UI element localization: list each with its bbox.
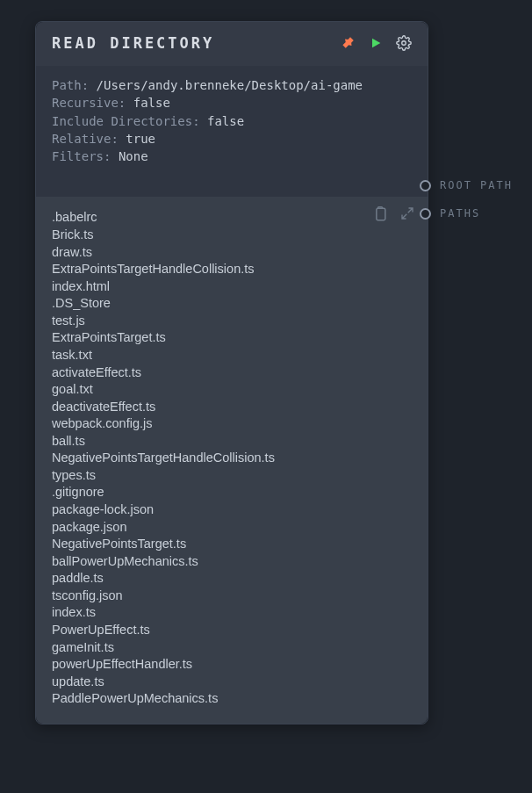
list-item: activateEffect.ts [52, 364, 412, 382]
play-icon[interactable] [368, 35, 384, 51]
svg-rect-1 [377, 209, 385, 220]
clipboard-icon[interactable] [371, 205, 387, 221]
svg-point-0 [402, 41, 406, 46]
list-item: package-lock.json [52, 501, 412, 519]
list-item: gameInit.ts [52, 639, 412, 657]
node-ports: ROOT PATH PATHS [420, 179, 513, 220]
pin-icon[interactable] [340, 35, 356, 51]
config-path: Path: /Users/andy.brenneke/Desktop/ai-ga… [52, 76, 412, 94]
node-header: READ DIRECTORY [36, 22, 428, 66]
node-title: READ DIRECTORY [52, 34, 214, 52]
file-list: .babelrcBrick.tsdraw.tsExtraPointsTarget… [52, 209, 412, 707]
node-config: Path: /Users/andy.brenneke/Desktop/ai-ga… [36, 66, 428, 197]
config-filters: Filters: None [52, 148, 412, 165]
list-item: NegativePointsTargetHandleCollision.ts [52, 450, 412, 467]
gear-icon[interactable] [396, 35, 412, 51]
list-item: package.json [52, 519, 412, 537]
list-item: index.ts [52, 604, 412, 622]
header-actions [340, 35, 412, 51]
config-include-dirs: Include Directories: false [52, 112, 412, 130]
expand-icon[interactable] [399, 205, 415, 221]
list-item: ball.ts [52, 433, 412, 451]
list-item: index.html [52, 278, 412, 296]
list-item: test.js [52, 313, 412, 330]
list-item: task.txt [52, 347, 412, 364]
list-item: types.ts [52, 467, 412, 485]
list-item: PaddlePowerUpMechanics.ts [52, 690, 412, 708]
port-label: ROOT PATH [440, 179, 513, 191]
list-item: draw.ts [52, 244, 412, 262]
list-item: NegativePointsTarget.ts [52, 536, 412, 553]
list-item: deactivateEffect.ts [52, 399, 412, 416]
list-item: .babelrc [52, 209, 412, 227]
list-item: webpack.config.js [52, 415, 412, 433]
port-dot-icon[interactable] [420, 180, 431, 191]
list-item: .gitignore [52, 484, 412, 501]
list-item: ExtraPointsTarget.ts [52, 329, 412, 347]
list-item: .DS_Store [52, 295, 412, 313]
list-item: ExtraPointsTargetHandleCollision.ts [52, 261, 412, 278]
list-item: goal.txt [52, 381, 412, 399]
config-recursive: Recursive: false [52, 94, 412, 112]
list-item: tsconfig.json [52, 588, 412, 605]
list-item: ballPowerUpMechanics.ts [52, 553, 412, 571]
list-item: update.ts [52, 674, 412, 691]
list-item: Brick.ts [52, 227, 412, 244]
read-directory-node[interactable]: READ DIRECTORY Path: /Users/andy.brennek… [35, 21, 428, 725]
list-item: PowerUpEffect.ts [52, 622, 412, 639]
port-label: PATHS [440, 207, 480, 220]
list-item: paddle.ts [52, 570, 412, 588]
list-item: powerUpEffectHandler.ts [52, 656, 412, 674]
config-relative: Relative: true [52, 130, 412, 148]
output-actions [371, 205, 415, 221]
port-root-path[interactable]: ROOT PATH [420, 179, 513, 191]
node-output: .babelrcBrick.tsdraw.tsExtraPointsTarget… [36, 197, 428, 723]
port-paths[interactable]: PATHS [420, 207, 513, 220]
port-dot-icon[interactable] [420, 208, 431, 220]
